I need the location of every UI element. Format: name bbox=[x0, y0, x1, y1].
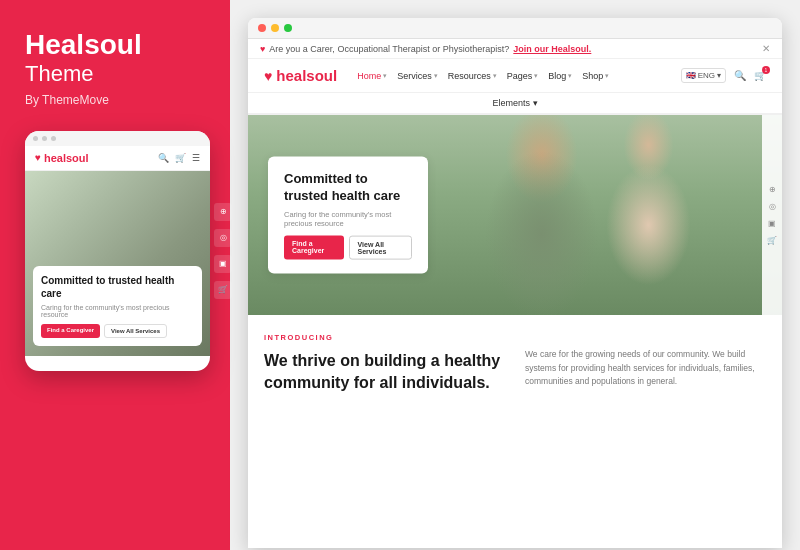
desktop-logo-text: healsoul bbox=[276, 67, 337, 84]
nav-link-blog[interactable]: Blog ▾ bbox=[548, 71, 572, 81]
theme-title: Healsoul bbox=[25, 30, 205, 61]
mobile-side-icon-4[interactable]: 🛒 bbox=[214, 281, 232, 299]
hero-side-icons: ⊕ ◎ ▣ 🛒 bbox=[762, 115, 782, 315]
content-heading: We thrive on building a healthy communit… bbox=[264, 350, 504, 393]
mobile-top-bar bbox=[25, 131, 210, 146]
desktop-topbar bbox=[248, 18, 782, 39]
desktop-mockup: ♥ Are you a Carer, Occupational Therapis… bbox=[248, 18, 782, 548]
search-button[interactable]: 🔍 bbox=[734, 70, 746, 81]
announcement-heart-icon: ♥ bbox=[260, 44, 265, 54]
mobile-side-icon-2[interactable]: ◎ bbox=[214, 229, 232, 247]
nav-link-home[interactable]: Home ▾ bbox=[357, 71, 387, 81]
find-caregiver-button[interactable]: Find a Caregiver bbox=[284, 235, 344, 259]
theme-subtitle: Theme bbox=[25, 61, 205, 87]
mobile-logo: ♥ healsoul bbox=[35, 152, 152, 164]
desktop-dot-red bbox=[258, 24, 266, 32]
hero-section: Committed to trusted health care Caring … bbox=[248, 115, 782, 315]
side-scroll-icon-1[interactable]: ⊕ bbox=[769, 185, 776, 194]
mobile-dot-3 bbox=[51, 136, 56, 141]
desktop-logo-heart-icon: ♥ bbox=[264, 68, 272, 84]
hero-buttons: Find a Caregiver View All Services bbox=[284, 235, 412, 259]
announcement-bar: ♥ Are you a Carer, Occupational Therapis… bbox=[248, 39, 782, 59]
cart-button[interactable]: 🛒 1 bbox=[754, 70, 766, 81]
mobile-mockup: ♥ healsoul 🔍 🛒 ☰ Committed to trusted he… bbox=[25, 131, 210, 371]
desktop-dot-yellow bbox=[271, 24, 279, 32]
announcement-close-button[interactable]: ✕ bbox=[762, 43, 770, 54]
desktop-nav: ♥ healsoul Home ▾ Services ▾ Resources ▾… bbox=[248, 59, 782, 93]
mobile-menu-icon[interactable]: ☰ bbox=[192, 153, 200, 163]
mobile-dot-1 bbox=[33, 136, 38, 141]
nav-link-pages[interactable]: Pages ▾ bbox=[507, 71, 539, 81]
nav-links: Home ▾ Services ▾ Resources ▾ Pages ▾ Bl… bbox=[357, 71, 668, 81]
hero-text-box: Committed to trusted health care Caring … bbox=[268, 157, 428, 274]
mobile-find-caregiver-button[interactable]: Find a Caregiver bbox=[41, 324, 100, 338]
mobile-dot-2 bbox=[42, 136, 47, 141]
side-scroll-icon-4[interactable]: 🛒 bbox=[767, 236, 777, 245]
mobile-cart-icon[interactable]: 🛒 bbox=[175, 153, 186, 163]
side-scroll-icon-3[interactable]: ▣ bbox=[768, 219, 776, 228]
nav-link-services[interactable]: Services ▾ bbox=[397, 71, 438, 81]
elements-bar[interactable]: Elements ▾ bbox=[248, 93, 782, 115]
language-selector[interactable]: 🇬🇧 ENG ▾ bbox=[681, 68, 726, 83]
mobile-side-icon-3[interactable]: ▣ bbox=[214, 255, 232, 273]
content-left: INTRODUCING We thrive on building a heal… bbox=[264, 333, 505, 530]
side-scroll-icon-2[interactable]: ◎ bbox=[769, 202, 776, 211]
mobile-logo-heart-icon: ♥ bbox=[35, 152, 41, 163]
announcement-link[interactable]: Join our Healsoul. bbox=[513, 44, 591, 54]
mobile-hero-title: Committed to trusted health care bbox=[41, 274, 194, 300]
right-panel: ♥ Are you a Carer, Occupational Therapis… bbox=[230, 0, 800, 550]
content-section: INTRODUCING We thrive on building a heal… bbox=[248, 315, 782, 548]
hero-title: Committed to trusted health care bbox=[284, 171, 412, 205]
nav-right: 🇬🇧 ENG ▾ 🔍 🛒 1 bbox=[681, 68, 766, 83]
mobile-content-area: Committed to trusted health care Caring … bbox=[25, 171, 210, 356]
view-all-services-button[interactable]: View All Services bbox=[349, 235, 412, 259]
announcement-text: Are you a Carer, Occupational Therapist … bbox=[269, 44, 509, 54]
mobile-nav-icons: 🔍 🛒 ☰ bbox=[158, 153, 200, 163]
mobile-search-icon[interactable]: 🔍 bbox=[158, 153, 169, 163]
mobile-side-icons: ⊕ ◎ ▣ 🛒 bbox=[214, 203, 232, 299]
mobile-logo-text: healsoul bbox=[44, 152, 89, 164]
hero-subtitle: Caring for the community's most precious… bbox=[284, 209, 412, 227]
content-right: We care for the growing needs of our com… bbox=[525, 333, 766, 530]
mobile-hero-card: Committed to trusted health care Caring … bbox=[33, 266, 202, 346]
cart-badge: 1 bbox=[762, 66, 770, 74]
mobile-nav: ♥ healsoul 🔍 🛒 ☰ bbox=[25, 146, 210, 171]
introducing-label: INTRODUCING bbox=[264, 333, 505, 342]
mobile-view-services-button[interactable]: View All Services bbox=[104, 324, 167, 338]
mobile-hero-subtitle: Caring for the community's most precious… bbox=[41, 304, 194, 318]
mobile-hero-buttons: Find a Caregiver View All Services bbox=[41, 324, 194, 338]
nav-link-resources[interactable]: Resources ▾ bbox=[448, 71, 497, 81]
desktop-logo: ♥ healsoul bbox=[264, 67, 337, 84]
desktop-dot-green bbox=[284, 24, 292, 32]
mobile-side-icon-1[interactable]: ⊕ bbox=[214, 203, 232, 221]
by-line: By ThemeMove bbox=[25, 93, 205, 107]
content-body: We care for the growing needs of our com… bbox=[525, 348, 766, 389]
nav-link-shop[interactable]: Shop ▾ bbox=[582, 71, 609, 81]
left-panel: Healsoul Theme By ThemeMove ♥ healsoul 🔍 bbox=[0, 0, 230, 550]
